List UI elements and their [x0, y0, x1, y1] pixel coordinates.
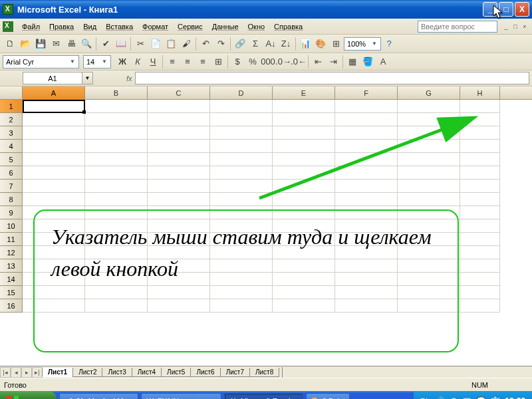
name-box[interactable]: A1: [23, 72, 82, 84]
row-header-1[interactable]: 1: [0, 100, 23, 113]
cell-G9[interactable]: [398, 206, 460, 219]
sum-button[interactable]: Σ: [248, 37, 263, 51]
cell-G10[interactable]: [398, 219, 460, 233]
cell-C16[interactable]: [148, 299, 210, 313]
align-left-button[interactable]: ≡: [165, 55, 180, 69]
cell-D10[interactable]: [210, 219, 273, 233]
cell-E4[interactable]: [273, 140, 335, 153]
cell-H12[interactable]: [460, 246, 500, 259]
cell-E8[interactable]: [273, 193, 335, 206]
cell-D2[interactable]: [210, 113, 273, 126]
menu-формат[interactable]: Формат: [138, 21, 173, 32]
cell-F4[interactable]: [335, 140, 398, 153]
bold-button[interactable]: Ж: [115, 55, 130, 69]
zoom-combo[interactable]: 100%▼: [344, 37, 381, 51]
cut-button[interactable]: ✂: [133, 37, 148, 51]
cell-B4[interactable]: [85, 140, 148, 153]
cell-B16[interactable]: [85, 299, 148, 313]
system-tray[interactable]: RL 🔊 ⚙ 🛡 💬 🕸 18:26: [414, 391, 532, 399]
cell-G1[interactable]: [398, 100, 460, 113]
column-header-H[interactable]: H: [460, 86, 500, 99]
cell-D7[interactable]: [210, 180, 273, 193]
font-size-combo[interactable]: 14▼: [83, 55, 111, 68]
cell-D1[interactable]: [210, 100, 273, 113]
cell-D9[interactable]: [210, 206, 273, 219]
cell-F16[interactable]: [335, 299, 398, 313]
cell-G3[interactable]: [398, 126, 460, 140]
open-button[interactable]: 📂: [18, 37, 33, 51]
cell-A11[interactable]: [23, 233, 85, 246]
sort-desc-button[interactable]: Z↓: [279, 37, 293, 51]
cell-E7[interactable]: [273, 180, 335, 193]
cell-H10[interactable]: [460, 219, 500, 233]
merge-button[interactable]: ⊞: [211, 55, 225, 69]
taskbar-item[interactable]: 🖌21. Manfred Ma...: [59, 393, 138, 399]
cell-D16[interactable]: [210, 299, 273, 313]
name-box-dropdown[interactable]: ▼: [82, 72, 93, 84]
menu-правка[interactable]: Правка: [45, 21, 78, 32]
font-name-combo[interactable]: Arial Cyr▼: [3, 55, 79, 68]
maximize-button[interactable]: □: [499, 2, 513, 17]
horizontal-scrollbar[interactable]: [282, 367, 532, 378]
cell-H14[interactable]: [460, 273, 500, 286]
start-button[interactable]: пуск: [0, 391, 57, 399]
cell-C11[interactable]: [148, 233, 210, 246]
row-header-8[interactable]: 8: [0, 193, 23, 206]
sheet-tab-Лист6[interactable]: Лист6: [190, 368, 220, 377]
menu-сервис[interactable]: Сервис: [173, 21, 207, 32]
fmt-painter-button[interactable]: 🖌: [179, 37, 194, 51]
cell-C2[interactable]: [148, 113, 210, 126]
save-button[interactable]: 💾: [33, 37, 48, 51]
cell-A1[interactable]: [23, 100, 85, 113]
cell-E2[interactable]: [273, 113, 335, 126]
cell-F3[interactable]: [335, 126, 398, 140]
cell-E15[interactable]: [273, 286, 335, 299]
sheet-tab-Лист8[interactable]: Лист8: [249, 368, 279, 377]
spell-button[interactable]: ✔: [98, 37, 113, 51]
sheet-tab-Лист3[interactable]: Лист3: [102, 368, 132, 377]
cell-F8[interactable]: [335, 193, 398, 206]
cell-E16[interactable]: [273, 299, 335, 313]
pivot-button[interactable]: ⊞: [329, 37, 343, 51]
cell-C1[interactable]: [148, 100, 210, 113]
cell-C6[interactable]: [148, 166, 210, 180]
menu-вид[interactable]: Вид: [78, 21, 101, 32]
cell-D5[interactable]: [210, 153, 273, 166]
italic-button[interactable]: К: [130, 55, 145, 69]
cell-H1[interactable]: [460, 100, 500, 113]
inc-indent-button[interactable]: ⇥: [326, 55, 340, 69]
help-search-input[interactable]: [418, 21, 497, 33]
cell-F11[interactable]: [335, 233, 398, 246]
cell-E12[interactable]: [273, 246, 335, 259]
select-all-button[interactable]: [0, 86, 23, 99]
row-header-10[interactable]: 10: [0, 219, 23, 233]
row-header-6[interactable]: 6: [0, 166, 23, 180]
cell-G12[interactable]: [398, 246, 460, 259]
cell-D11[interactable]: [210, 233, 273, 246]
row-header-9[interactable]: 9: [0, 206, 23, 219]
new-button[interactable]: 🗋: [3, 37, 17, 51]
cell-B7[interactable]: [85, 180, 148, 193]
doc-close-button[interactable]: ×: [520, 22, 529, 31]
undo-button[interactable]: ↶: [198, 37, 213, 51]
cell-E13[interactable]: [273, 259, 335, 273]
tab-nav-last[interactable]: ▸|: [32, 367, 43, 378]
align-right-button[interactable]: ≡: [196, 55, 210, 69]
formula-input[interactable]: [135, 72, 529, 84]
cell-G11[interactable]: [398, 233, 460, 246]
tray-icon[interactable]: ⚙: [450, 396, 458, 399]
taskbar-item[interactable]: XMicrosoft Excel ...: [224, 393, 303, 399]
row-header-16[interactable]: 16: [0, 299, 23, 313]
redo-button[interactable]: ↷: [213, 37, 228, 51]
cell-F13[interactable]: [335, 259, 398, 273]
cell-G2[interactable]: [398, 113, 460, 126]
mail-button[interactable]: ✉: [49, 37, 63, 51]
control-icon[interactable]: [3, 21, 13, 32]
cell-A9[interactable]: [23, 206, 85, 219]
cell-E3[interactable]: [273, 126, 335, 140]
column-header-B[interactable]: B: [85, 86, 148, 99]
cell-D14[interactable]: [210, 273, 273, 286]
cell-B2[interactable]: [85, 113, 148, 126]
cell-C14[interactable]: [148, 273, 210, 286]
cell-A12[interactable]: [23, 246, 85, 259]
